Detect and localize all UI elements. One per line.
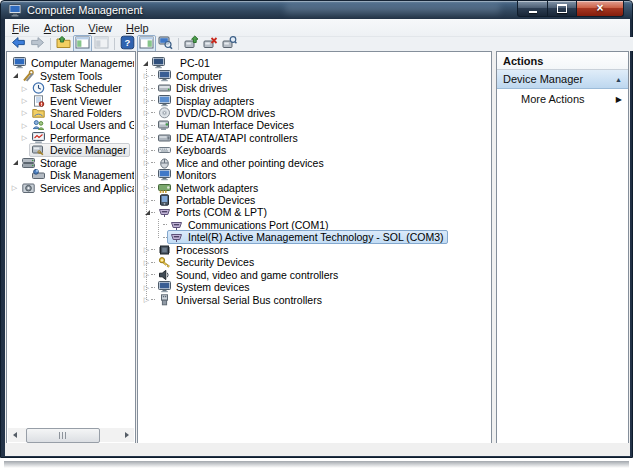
window-title: Computer Management xyxy=(27,4,143,16)
toolbar: ? xyxy=(5,37,633,51)
tree-item-label: IDE ATA/ATAPI controllers xyxy=(176,132,298,144)
scroll-left-icon xyxy=(13,432,17,438)
scrollbar-thumb[interactable] xyxy=(26,428,100,443)
tree-item-label: Event Viewer xyxy=(50,95,112,107)
expand-arrow-icon[interactable]: ▷ xyxy=(10,183,19,192)
tree-item-computer[interactable]: ▷Computer xyxy=(139,69,490,81)
tree-item-label: DVD/CD-ROM drives xyxy=(176,107,275,119)
tree-item-shared-folders[interactable]: ▷Shared Folders xyxy=(8,107,134,119)
tree-item-ide-ata-atapi-controllers[interactable]: ▷IDE ATA/ATAPI controllers xyxy=(139,132,490,144)
svg-text:?: ? xyxy=(125,37,131,48)
tree-item-task-scheduler[interactable]: ▷Task Scheduler xyxy=(8,82,134,94)
tree-item-event-viewer[interactable]: ▷Event Viewer xyxy=(8,94,134,106)
tree-item-processors[interactable]: ▷Processors xyxy=(139,244,490,256)
tree-item-label: Monitors xyxy=(176,169,216,181)
tree-item-label: Task Scheduler xyxy=(50,82,122,94)
tree-item-disk-drives[interactable]: ▷Disk drives xyxy=(139,82,490,94)
tree-item-display-adapters[interactable]: ▷Display adapters xyxy=(139,94,490,106)
tree-item-label: Computer Management (Local xyxy=(31,57,134,69)
toolbar-separator xyxy=(178,38,179,50)
tree-item-keyboards[interactable]: ▷Keyboards xyxy=(139,144,490,156)
actions-panel-title: Actions xyxy=(497,52,628,70)
menu-action[interactable]: Action xyxy=(37,21,82,35)
portable-device-icon xyxy=(158,194,172,206)
scroll-right-button[interactable] xyxy=(120,428,134,442)
tree-item-system-tools[interactable]: System Tools xyxy=(8,69,134,81)
tree-item-universal-serial-bus-controllers[interactable]: ▷Universal Serial Bus controllers xyxy=(139,293,490,305)
tree-item-ports-com-lpt[interactable]: Ports (COM & LPT) xyxy=(139,206,490,218)
tree-item-label: Security Devices xyxy=(176,256,254,268)
tree-item-storage[interactable]: Storage xyxy=(8,157,134,169)
tree-item-label: Services and Applications xyxy=(40,182,134,194)
close-button[interactable]: × xyxy=(577,1,624,17)
expand-arrow-icon[interactable]: ▷ xyxy=(20,108,29,117)
minimize-button[interactable] xyxy=(517,1,548,17)
tree-item-sound-video-and-game-controllers[interactable]: ▷Sound, video and game controllers xyxy=(139,268,490,280)
security-device-icon xyxy=(158,256,172,268)
tree-item-system-devices[interactable]: ▷System devices xyxy=(139,281,490,293)
menu-view[interactable]: View xyxy=(81,21,119,35)
collapse-section-icon[interactable]: ▲ xyxy=(615,76,622,83)
event-viewer-icon xyxy=(32,95,46,107)
expand-arrow-icon[interactable]: ▷ xyxy=(20,96,29,105)
network-adapter-icon xyxy=(158,182,172,194)
actions-panel: Actions Device Manager ▲ More Actions ▶ xyxy=(496,51,629,444)
storage-icon xyxy=(22,157,36,169)
pc-icon xyxy=(152,57,166,69)
tree-item-label: Ports (COM & LPT) xyxy=(176,206,267,218)
close-icon: × xyxy=(596,2,603,15)
scrollbar-track[interactable] xyxy=(22,428,120,442)
disk-drive-icon xyxy=(158,82,172,94)
tree-item-label: System devices xyxy=(176,281,250,293)
services-applications-icon xyxy=(22,182,36,194)
maximize-icon xyxy=(557,4,567,13)
tree-item-computer-management-local[interactable]: Computer Management (Local xyxy=(8,57,134,69)
tree-item-label: Device Manager xyxy=(50,144,126,156)
tree-item-pc-01[interactable]: PC-01 xyxy=(139,57,490,69)
tree-item-local-users-and-groups[interactable]: ▷Local Users and Groups xyxy=(8,119,134,131)
local-users-groups-icon xyxy=(32,119,46,131)
tree-item-disk-management[interactable]: Disk Management xyxy=(8,169,134,181)
tree-item-intel-r-active-management-technology-sol[interactable]: Intel(R) Active Management Technology - … xyxy=(139,231,490,243)
tree-item-services-and-applications[interactable]: ▷Services and Applications xyxy=(8,181,134,193)
more-actions-item[interactable]: More Actions ▶ xyxy=(497,89,628,109)
tree-item-label: Processors xyxy=(176,244,229,256)
maximize-button[interactable] xyxy=(548,1,577,17)
tree-item-label: Human Interface Devices xyxy=(176,119,294,131)
menu-file[interactable]: File xyxy=(5,21,37,35)
collapse-arrow-icon[interactable] xyxy=(10,160,19,165)
hid-device-icon xyxy=(158,119,172,131)
tree-item-monitors[interactable]: ▷Monitors xyxy=(139,169,490,181)
tree-item-portable-devices[interactable]: ▷Portable Devices xyxy=(139,194,490,206)
tree-guide-line xyxy=(146,69,147,299)
tree-item-device-manager[interactable]: Device Manager xyxy=(8,144,134,156)
tree-item-security-devices[interactable]: ▷Security Devices xyxy=(139,256,490,268)
horizontal-scrollbar[interactable] xyxy=(8,428,134,442)
expand-arrow-icon[interactable]: ▷ xyxy=(20,121,29,130)
tree-item-label: Local Users and Groups xyxy=(50,119,134,131)
tree-item-human-interface-devices[interactable]: ▷Human Interface Devices xyxy=(139,119,490,131)
serial-port-icon xyxy=(170,231,184,243)
actions-section-label: Device Manager xyxy=(503,73,615,85)
sound-device-icon xyxy=(158,269,172,281)
tree-item-communications-port-com1[interactable]: Communications Port (COM1) xyxy=(139,219,490,231)
tree-item-performance[interactable]: ▷Performance xyxy=(8,132,134,144)
title-bar[interactable]: Computer Management xyxy=(5,1,525,19)
shared-folders-icon xyxy=(32,107,46,119)
collapse-arrow-icon[interactable] xyxy=(10,73,19,78)
tree-item-label: Computer xyxy=(176,70,222,82)
toolbar-separator xyxy=(50,38,51,50)
menu-help[interactable]: Help xyxy=(119,21,156,35)
ide-controller-icon xyxy=(158,132,172,144)
scroll-left-button[interactable] xyxy=(8,428,22,442)
tree-item-dvd-cd-rom-drives[interactable]: ▷DVD/CD-ROM drives xyxy=(139,107,490,119)
tree-item-network-adapters[interactable]: ▷Network adapters xyxy=(139,181,490,193)
monitor-icon xyxy=(158,169,172,181)
expand-arrow-icon[interactable]: ▷ xyxy=(20,84,29,93)
actions-section-device-manager[interactable]: Device Manager ▲ xyxy=(497,70,628,89)
tree-item-mice-and-other-pointing-devices[interactable]: ▷Mice and other pointing devices xyxy=(139,157,490,169)
tree-item-label: Network adapters xyxy=(176,182,258,194)
tree-item-label: Disk drives xyxy=(176,82,227,94)
collapse-arrow-icon[interactable] xyxy=(140,61,149,66)
expand-arrow-icon[interactable]: ▷ xyxy=(20,133,29,142)
